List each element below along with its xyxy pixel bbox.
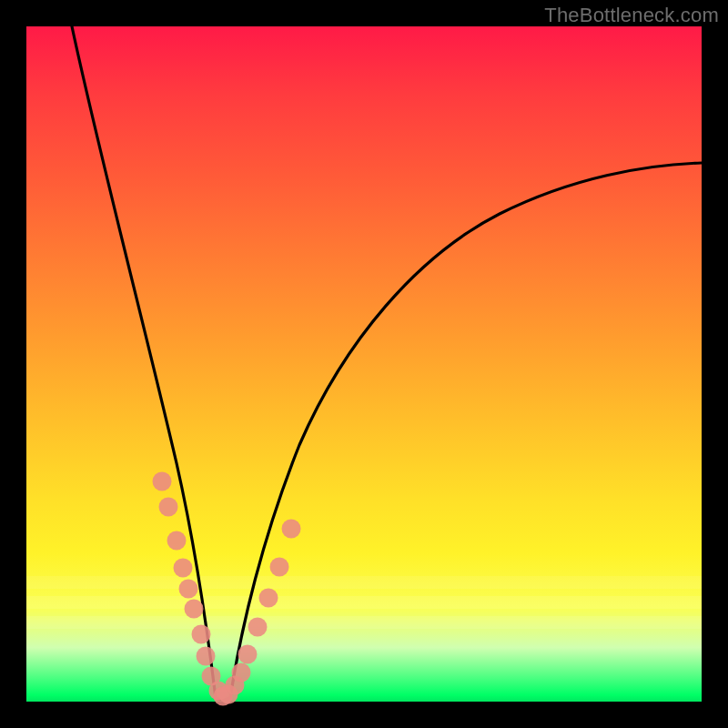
dot xyxy=(174,559,193,578)
dot xyxy=(197,647,216,666)
watermark-text: TheBottleneck.com xyxy=(544,4,719,27)
dots-group xyxy=(153,472,301,706)
plot-area xyxy=(26,26,702,702)
dot xyxy=(238,645,258,664)
dot xyxy=(179,580,198,599)
dot xyxy=(167,531,187,551)
curve-layer xyxy=(26,26,702,702)
chart-frame: TheBottleneck.com xyxy=(0,0,728,728)
dot xyxy=(232,663,251,682)
right-branch-path xyxy=(230,163,702,698)
dot xyxy=(185,600,204,619)
left-branch-path xyxy=(72,26,216,698)
dot xyxy=(259,589,278,608)
dot xyxy=(270,558,289,577)
dot xyxy=(282,520,301,539)
dot xyxy=(192,625,211,644)
dot xyxy=(153,472,172,491)
dot xyxy=(248,618,268,637)
dot xyxy=(159,498,178,517)
